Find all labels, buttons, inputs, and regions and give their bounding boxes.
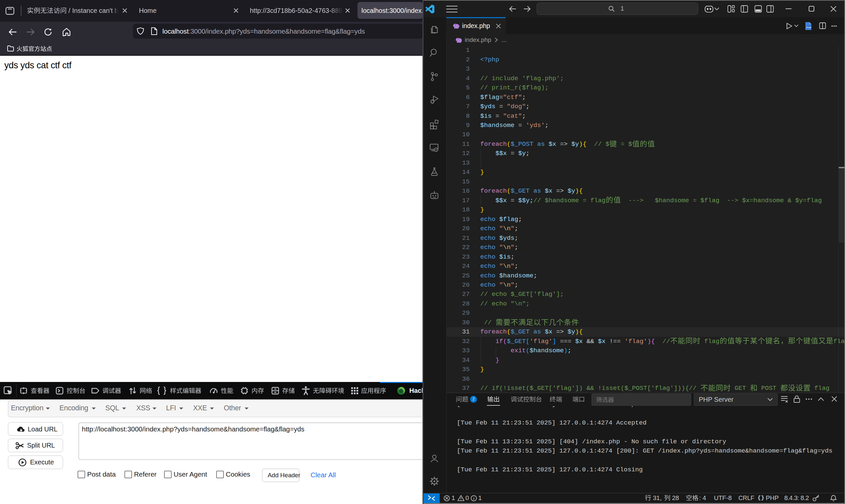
svg-text:PHP: PHP — [806, 26, 811, 29]
